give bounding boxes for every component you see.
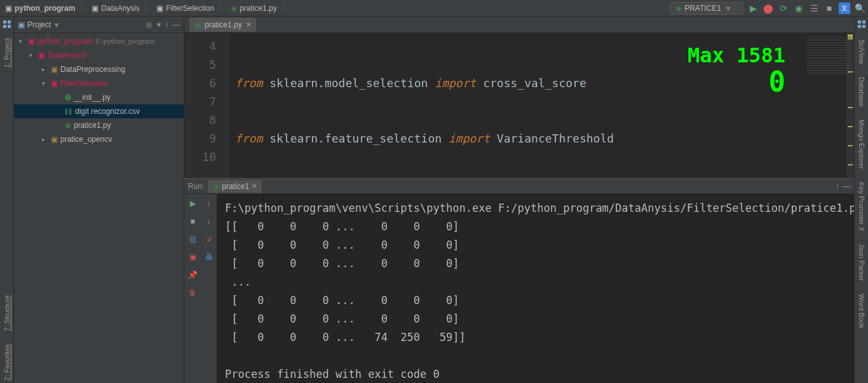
project-tool-tab[interactable]: 1: Project	[3, 36, 11, 70]
database-tab[interactable]: Database	[858, 76, 865, 108]
run-tab[interactable]: ◉ pratice1 ✕	[208, 180, 262, 193]
tab-label: pratice1.py	[205, 20, 242, 29]
main: 1: Project 7: Structure 2: Favorites ▣ P…	[0, 17, 868, 383]
tool-icon[interactable]	[858, 20, 865, 28]
line-number: 10	[184, 148, 216, 166]
search-icon[interactable]: 🔍	[854, 3, 865, 14]
coverage-icon[interactable]: ⟳	[778, 3, 789, 14]
hide-icon[interactable]: —	[843, 182, 850, 191]
left-tool-gutter: 1: Project 7: Structure 2: Favorites	[0, 17, 14, 383]
expand-arrow-icon[interactable]: ▾	[29, 52, 36, 59]
target-icon[interactable]: ◎	[146, 20, 152, 29]
attach-icon[interactable]: ☰	[808, 3, 820, 14]
python-file-icon: ◉	[65, 121, 71, 130]
breadcrumb-label: FilterSelection	[166, 4, 214, 13]
tree-folder[interactable]: ▸ ▣ DataPreprocessing	[14, 62, 184, 76]
structure-tool-tab[interactable]: 7: Structure	[3, 293, 11, 334]
expand-arrow-icon[interactable]: ▸	[42, 66, 48, 73]
jsonparser-tab[interactable]: Json Parser	[858, 242, 865, 282]
tree-file[interactable]: ◉ pratice1.py	[14, 118, 184, 132]
expand-arrow-icon[interactable]: ▾	[42, 80, 48, 87]
up-icon[interactable]: ↑	[207, 199, 211, 208]
line-gutter: 4 5 6 7 8 9 10	[184, 33, 230, 178]
rerun-icon[interactable]: ▶	[190, 199, 196, 208]
chevron-right-icon: 〉	[282, 4, 288, 13]
line-number: 9	[184, 129, 216, 148]
collapse-icon[interactable]: ✶	[156, 20, 162, 29]
expand-arrow-icon[interactable]: ▸	[42, 136, 48, 143]
editor-tab[interactable]: ◉ pratice1.py ✕	[189, 18, 256, 32]
mongo-tab[interactable]: Mongo Explorer	[858, 118, 865, 171]
print-icon[interactable]: 🖶	[205, 253, 213, 261]
minimap[interactable]	[807, 37, 851, 75]
warning-marker[interactable]	[848, 164, 853, 165]
run-left-gutter2: ↑ ↓ ↲ 🖶	[201, 194, 217, 383]
breadcrumb-item[interactable]: ▣ DataAnysis	[89, 3, 142, 14]
down-icon[interactable]: ↓	[207, 217, 211, 226]
expand-arrow-icon[interactable]: ▾	[19, 38, 25, 45]
chevron-right-icon: 〉	[219, 4, 226, 13]
wrap-icon[interactable]: ↲	[206, 235, 212, 244]
editor[interactable]: 4 5 6 7 8 9 10 from sklearn.model_select…	[184, 33, 854, 178]
right-tool-gutter: SciView Database Mongo Explorer Key Prom…	[854, 17, 868, 383]
debug-icon[interactable]: ⬤	[763, 3, 774, 14]
pin-icon[interactable]: 📌	[188, 270, 198, 279]
wordbook-tab[interactable]: Word Book	[858, 293, 865, 330]
warning-marker[interactable]	[848, 126, 853, 127]
tool-icon[interactable]	[3, 20, 11, 28]
tree-label: __init__.py	[74, 93, 111, 102]
tree-folder[interactable]: ▾ ▣ DataAnysis	[14, 48, 184, 62]
file-tree: ▾ ▣ python_program F:\python_program ▾ ▣…	[14, 33, 184, 383]
layout-icon[interactable]: ▤	[189, 235, 196, 244]
stop-icon[interactable]: ■	[824, 3, 835, 14]
line-number: 5	[184, 55, 216, 74]
folder-icon: ▣	[51, 65, 58, 74]
more-icon[interactable]: ⁝	[836, 182, 839, 191]
warning-marker[interactable]	[848, 107, 853, 108]
run-config-dropdown[interactable]: ◉ PRATICE1 ▾	[670, 2, 743, 15]
console[interactable]: F:\python_program\venv\Scripts\python.ex…	[217, 194, 854, 383]
breadcrumb: ▣ python_program 〉 ▣ DataAnysis 〉 ▣ Filt…	[3, 3, 670, 14]
breadcrumb-item[interactable]: ◉ pratice1.py	[228, 3, 280, 14]
breadcrumb-item[interactable]: ▣ FilterSelection	[154, 3, 217, 14]
line-number: 8	[184, 111, 216, 129]
tree-file-selected[interactable]: ⫿⫿ digit recognizor.csv	[14, 104, 184, 118]
run-icon[interactable]: ▶	[747, 3, 759, 14]
breadcrumb-root[interactable]: ▣ python_program	[3, 3, 78, 14]
mod: sklearn.model_selection	[269, 76, 428, 90]
sciview-tab[interactable]: SciView	[858, 38, 865, 66]
hide-icon[interactable]: —	[172, 20, 180, 29]
code-area[interactable]: from sklearn.model_selection import cros…	[230, 33, 846, 178]
mod: sklearn.feature_selection	[269, 132, 442, 145]
exit-icon[interactable]: ▣	[189, 253, 196, 261]
stop-icon[interactable]: ■	[190, 217, 194, 226]
chevron-down-icon[interactable]: ▾	[55, 20, 58, 29]
python-file-icon: ◉	[675, 4, 682, 13]
tree-label: DataPreprocessing	[60, 65, 125, 74]
folder-icon: ▣	[51, 79, 58, 88]
tree-label: pratice_opencv	[60, 135, 112, 144]
tree-folder[interactable]: ▸ ▣ pratice_opencv	[14, 132, 184, 146]
gear-icon[interactable]: ⁝	[166, 20, 168, 29]
favorites-tool-tab[interactable]: 2: Favorites	[3, 342, 11, 383]
tree-label: pratice1.py	[74, 121, 111, 130]
delete-icon[interactable]: 🗑	[189, 288, 196, 297]
sym: VarianceThreshold	[497, 132, 614, 145]
tree-folder[interactable]: ▾ ▣ FilterSelection	[14, 76, 184, 90]
keypromoter-tab[interactable]: Key Promoter X	[858, 181, 865, 233]
kw: from	[235, 132, 262, 145]
tree-file[interactable]: __init__.py	[14, 90, 184, 104]
python-init-icon	[65, 94, 71, 101]
line-number: 4	[184, 37, 216, 55]
profile-icon[interactable]: ◉	[793, 3, 804, 14]
python-file-icon: ◉	[213, 182, 219, 191]
run-left-gutter: ▶ ■ ▤ ▣ 📌 🗑	[184, 194, 201, 383]
tree-root[interactable]: ▾ ▣ python_program F:\python_program	[14, 34, 184, 48]
tree-label: FilterSelection	[60, 79, 109, 88]
folder-icon: ▣	[28, 37, 35, 46]
close-icon[interactable]: ✕	[252, 183, 257, 190]
warning-marker[interactable]	[848, 145, 853, 146]
close-icon[interactable]: ✕	[246, 21, 251, 28]
translate-icon[interactable]: 文	[839, 3, 850, 14]
chevron-right-icon: 〉	[145, 4, 151, 13]
